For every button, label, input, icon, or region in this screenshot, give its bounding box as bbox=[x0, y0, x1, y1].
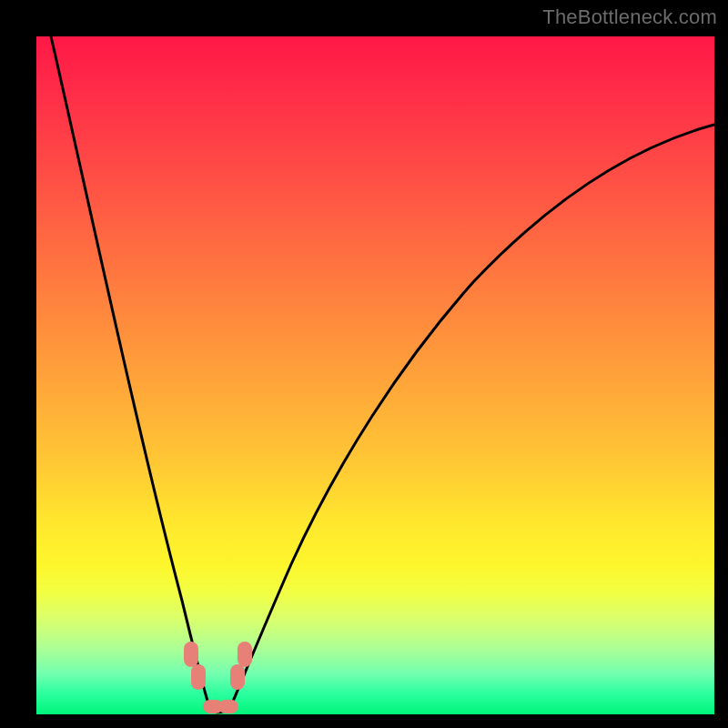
curve-left-branch bbox=[51, 36, 208, 703]
plot-area bbox=[36, 36, 714, 714]
marker-left-1 bbox=[184, 642, 198, 667]
watermark-text: TheBottleneck.com bbox=[542, 5, 717, 29]
bottleneck-curve bbox=[36, 36, 714, 714]
curve-right-branch bbox=[232, 125, 714, 703]
marker-right-1 bbox=[230, 664, 245, 690]
outer-frame: TheBottleneck.com bbox=[0, 0, 728, 728]
marker-floor-2 bbox=[218, 700, 238, 713]
marker-left-2 bbox=[191, 664, 206, 690]
marker-right-2 bbox=[238, 642, 252, 667]
